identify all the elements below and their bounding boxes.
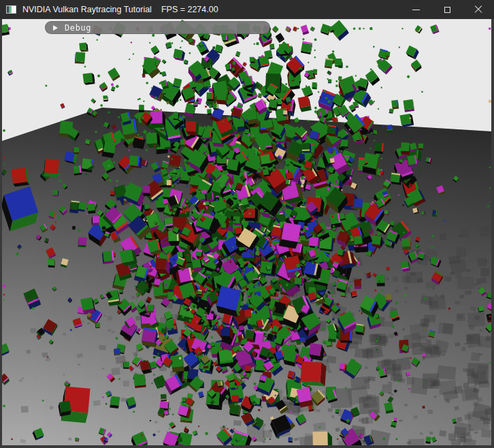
maximize-button[interactable] <box>431 0 463 19</box>
debug-panel-label: Debug <box>65 23 91 33</box>
titlebar: NVIDIA Vulkan Raytracing Tutorial FPS = … <box>0 0 494 19</box>
debug-panel-header[interactable]: Debug <box>45 21 270 34</box>
minimize-button[interactable] <box>400 0 431 19</box>
app-window: NVIDIA Vulkan Raytracing Tutorial FPS = … <box>0 0 494 448</box>
minimize-icon <box>412 10 420 10</box>
window-title: NVIDIA Vulkan Raytracing Tutorial <box>22 5 152 14</box>
close-icon <box>474 5 482 14</box>
maximize-icon <box>444 7 450 13</box>
viewport-canvas[interactable] <box>0 0 494 448</box>
fps-counter: FPS = 2274.00 <box>161 5 218 14</box>
collapsed-arrow-icon <box>53 25 58 31</box>
window-controls <box>400 0 494 19</box>
app-icon <box>6 5 16 14</box>
close-button[interactable] <box>463 0 494 19</box>
